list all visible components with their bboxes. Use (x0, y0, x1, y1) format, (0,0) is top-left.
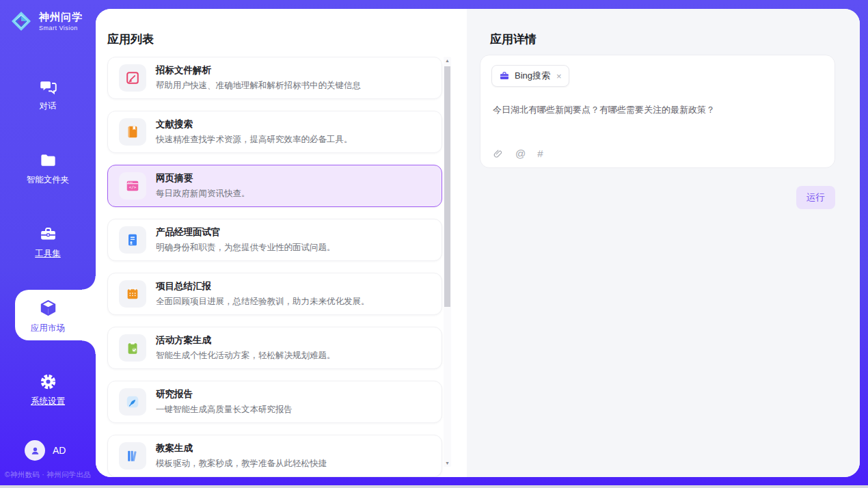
app-desc: 快速精准查找学术资源，提高研究效率的必备工具。 (156, 134, 353, 146)
sidebar-item-label: 工具集 (35, 248, 61, 260)
sidebar-item-toolkit[interactable]: 工具集 (0, 219, 96, 265)
hash-icon[interactable]: # (537, 148, 543, 159)
app-detail-panel: 应用详情 Bing搜索 × 今日湖北有哪些新闻要点？有哪些需要关注的最新政策？ (467, 9, 860, 477)
sidebar-item-label: 对话 (40, 100, 57, 112)
attachment-icon[interactable] (493, 148, 504, 159)
app-desc: 全面回顾项目进展，总结经验教训，助力未来优化发展。 (156, 296, 370, 308)
app-card-pm-interviewer[interactable]: 产品经理面试官 明确身份和职责，为您提供专业性的面试问题。 (107, 219, 442, 261)
sidebar-item-settings[interactable]: 系统设置 (0, 367, 96, 412)
run-button[interactable]: 运行 (796, 186, 835, 209)
cube-icon (38, 298, 58, 318)
scrollbar-thumb[interactable] (444, 66, 450, 307)
brand-logo: 神州问学 Smart Vision (9, 9, 83, 33)
content-area: 应用列表 招标文件解析 帮助用户快速、准确地理解和解析招标书中的关键信息 (96, 9, 860, 477)
tool-tag-close-icon[interactable]: × (556, 71, 562, 81)
app-desc: 一键智能生成高质量长文本研究报告 (156, 404, 293, 416)
sidebar-item-app-market[interactable]: 应用市场 (0, 293, 96, 338)
clipboard-check-icon (119, 334, 146, 362)
brand-text: 神州问学 Smart Vision (39, 11, 83, 31)
app-desc: 模板驱动，教案秒成，教学准备从此轻松快捷 (156, 458, 327, 470)
app-title: 项目总结汇报 (156, 280, 370, 293)
pen-square-icon (119, 64, 146, 92)
sidebar-item-label: 智能文件夹 (27, 174, 70, 186)
scroll-down-arrow-icon[interactable]: ▼ (444, 461, 451, 465)
app-title: 活动方案生成 (156, 334, 336, 347)
app-list-title: 应用列表 (107, 31, 154, 47)
mention-icon[interactable]: @ (515, 148, 526, 159)
app-desc: 明确身份和职责，为您提供专业性的面试问题。 (156, 242, 336, 254)
app-list-panel: 应用列表 招标文件解析 帮助用户快速、准确地理解和解析招标书中的关键信息 (96, 9, 467, 477)
app-title: 研究报告 (156, 388, 293, 401)
svg-text:</>: </> (129, 185, 137, 189)
quill-icon (119, 388, 146, 416)
app-window: 神州问学 Smart Vision 对话 智能文件夹 (0, 0, 868, 488)
sidebar: 神州问学 Smart Vision 对话 智能文件夹 (0, 0, 96, 485)
toolbox-icon (39, 225, 57, 243)
user-account[interactable]: AD (25, 440, 66, 461)
app-card-event-plan[interactable]: 活动方案生成 智能生成个性化活动方案，轻松解决规划难题。 (107, 327, 442, 369)
app-title: 文献搜索 (156, 118, 353, 131)
query-text[interactable]: 今日湖北有哪些新闻要点？有哪些需要关注的最新政策？ (493, 103, 822, 117)
prompt-card[interactable]: Bing搜索 × 今日湖北有哪些新闻要点？有哪些需要关注的最新政策？ @ # (480, 55, 835, 168)
app-title: 招标文件解析 (156, 64, 361, 77)
purple-frame: 神州问学 Smart Vision 对话 智能文件夹 (0, 0, 868, 485)
app-card-web-summary[interactable]: </> 网页摘要 每日政府新闻资讯快查。 (107, 165, 442, 207)
app-card-project-summary[interactable]: 项目总结汇报 全面回顾项目进展，总结经验教训，助力未来优化发展。 (107, 273, 442, 315)
app-detail-title: 应用详情 (490, 31, 537, 47)
run-row: 运行 (480, 186, 835, 209)
app-desc: 帮助用户快速、准确地理解和解析招标书中的关键信息 (156, 80, 361, 92)
tool-tag-label: Bing搜索 (515, 70, 550, 82)
person-icon (29, 445, 41, 457)
avatar (25, 440, 45, 461)
brand-name: 神州问学 (39, 11, 83, 24)
briefcase-icon (499, 70, 510, 81)
sidebar-item-smart-folder[interactable]: 智能文件夹 (0, 146, 96, 191)
sidebar-item-label: 应用市场 (31, 323, 65, 334)
app-title: 教案生成 (156, 442, 327, 455)
sidebar-item-label: 系统设置 (31, 396, 65, 407)
user-name: AD (53, 445, 66, 456)
chat-icon (39, 77, 57, 96)
app-title: 网页摘要 (156, 172, 250, 185)
app-list: 招标文件解析 帮助用户快速、准确地理解和解析招标书中的关键信息 (107, 57, 442, 477)
book-icon (119, 118, 146, 146)
app-desc: 每日政府新闻资讯快查。 (156, 188, 250, 200)
scroll-up-arrow-icon[interactable]: ▲ (444, 58, 451, 63)
brand-subtitle: Smart Vision (39, 25, 83, 31)
app-desc: 智能生成个性化活动方案，轻松解决规划难题。 (156, 350, 336, 362)
browser-code-icon: </> (119, 172, 146, 200)
app-card-bid-parse[interactable]: 招标文件解析 帮助用户快速、准确地理解和解析招标书中的关键信息 (107, 57, 442, 99)
diamond-logo-icon (9, 9, 33, 33)
app-card-lesson-plan[interactable]: 教案生成 模板驱动，教案秒成，教学准备从此轻松快捷 (107, 435, 442, 477)
app-title: 产品经理面试官 (156, 226, 336, 239)
resume-icon (119, 226, 146, 254)
sidebar-item-chat[interactable]: 对话 (0, 72, 96, 117)
tool-tag-bing-search[interactable]: Bing搜索 × (491, 65, 569, 87)
books-icon (119, 442, 146, 470)
list-scrollbar[interactable]: ▲ ▼ (444, 57, 451, 467)
composer-toolbar: @ # (493, 148, 543, 159)
folder-icon (39, 151, 57, 170)
calendar-note-icon (119, 280, 146, 308)
app-card-literature-search[interactable]: 文献搜索 快速精准查找学术资源，提高研究效率的必备工具。 (107, 111, 442, 153)
copyright-footer: ©神州数码 · 神州问学出品 (0, 470, 96, 480)
app-card-research-report[interactable]: 研究报告 一键智能生成高质量长文本研究报告 (107, 381, 442, 423)
gear-icon (39, 372, 57, 391)
